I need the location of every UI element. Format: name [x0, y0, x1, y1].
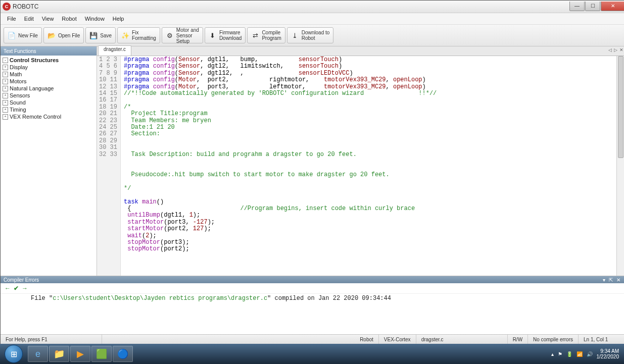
scroll-thumb[interactable] — [618, 56, 623, 158]
tray-volume-icon[interactable]: 🔊 — [587, 351, 593, 357]
status-file: dragster.c — [416, 335, 508, 344]
close-button[interactable]: ✕ — [601, 2, 624, 11]
toolbar-label: FirmwareDownload — [219, 30, 242, 41]
statusbar: For Help, press F1 Robot VEX-Cortex drag… — [1, 334, 624, 344]
maximize-button[interactable]: ☐ — [585, 2, 600, 11]
toolbar-compile-programbutton[interactable]: ⇄CompileProgram — [247, 27, 285, 43]
expand-icon[interactable]: + — [3, 107, 8, 113]
toolbar-label: Download toRobot — [302, 30, 330, 41]
expand-icon[interactable]: + — [3, 65, 8, 70]
tree-item-natural-language[interactable]: +Natural Language — [1, 85, 97, 92]
tree: -Control Structures+Display+Math+Motors+… — [1, 56, 97, 276]
tree-item-sound[interactable]: +Sound — [1, 99, 97, 106]
titlebar: C ROBOTC — ☐ ✕ — [1, 1, 624, 13]
menu-view[interactable]: View — [38, 15, 58, 23]
toolbar-motor-and-sensor-setupbutton[interactable]: ⚙Motor andSensorSetup — [162, 27, 203, 43]
tree-label: VEX Remote Control — [10, 114, 61, 120]
taskbar-chrome-icon[interactable]: 🔵 — [113, 346, 133, 362]
prev-error-icon[interactable]: ← — [5, 285, 11, 292]
tree-item-math[interactable]: +Math — [1, 71, 97, 78]
tray-battery-icon[interactable]: 🔋 — [566, 351, 572, 357]
menu-help[interactable]: Help — [109, 15, 128, 23]
toolbar-icon: ⤓ — [291, 31, 299, 39]
code-editor[interactable]: 1 2 3 4 5 6 7 8 9 10 11 12 13 14 15 16 1… — [97, 56, 624, 276]
next-error-icon[interactable]: → — [22, 285, 28, 292]
toolbar-icon: 📂 — [47, 31, 56, 39]
tree-label: Motors — [10, 78, 27, 84]
compiler-title-text: Compiler Errors — [4, 277, 39, 283]
taskbar-ie-icon[interactable]: e — [28, 346, 48, 362]
toolbar-label: New File — [18, 33, 38, 38]
toolbar-fix-formattingbutton[interactable]: ✨FixFormatting — [117, 27, 160, 43]
tab-next-icon[interactable]: ▷ — [614, 47, 617, 53]
tabstrip: dragster.c ◁ ▷ ✕ — [97, 46, 624, 56]
expand-icon[interactable]: + — [3, 114, 8, 120]
compiler-status-icons: ← ✔ → — [1, 283, 624, 294]
status-errors: No compile errors — [528, 335, 579, 344]
toolbar-new-filebutton[interactable]: 📄New File — [4, 27, 42, 43]
ok-icon: ✔ — [14, 285, 19, 292]
tree-item-motors[interactable]: +Motors — [1, 78, 97, 85]
toolbar-firmware-downloadbutton[interactable]: ⬇FirmwareDownload — [205, 27, 246, 43]
expand-icon[interactable]: - — [3, 58, 8, 63]
tree-item-display[interactable]: +Display — [1, 64, 97, 71]
toolbar-label: FixFormatting — [132, 30, 156, 41]
tree-label: Display — [10, 64, 28, 70]
tree-item-control-structures[interactable]: -Control Structures — [1, 57, 97, 64]
taskbar-explorer-icon[interactable]: 📁 — [49, 346, 69, 362]
status-platform: Robot — [355, 335, 379, 344]
tray-network-icon[interactable]: 📶 — [577, 351, 583, 357]
toolbar-label: Motor andSensorSetup — [176, 27, 199, 44]
app-window: C ROBOTC — ☐ ✕ File Edit View Robot Wind… — [0, 0, 624, 344]
menu-file[interactable]: File — [4, 15, 20, 23]
status-help: For Help, press F1 — [1, 335, 102, 344]
tree-label: Timing — [10, 107, 26, 113]
compiler-panel-title: Compiler Errors ▾ ⇱ ✕ — [1, 276, 624, 283]
toolbar-savebutton[interactable]: 💾Save — [85, 27, 116, 43]
expand-icon[interactable]: + — [3, 86, 8, 91]
tab-nav: ◁ ▷ ✕ — [608, 47, 623, 53]
status-pos: Ln 1, Col 1 — [579, 335, 624, 344]
menu-robot[interactable]: Robot — [58, 15, 80, 23]
compiler-panel: Compiler Errors ▾ ⇱ ✕ ← ✔ → File "c:\Use… — [1, 276, 624, 334]
tree-item-sensors[interactable]: +Sensors — [1, 92, 97, 99]
taskbar-robotc-icon[interactable]: 🟩 — [91, 346, 112, 362]
toolbar-download-to-robotbutton[interactable]: ⤓Download toRobot — [287, 27, 334, 43]
taskbar-media-icon[interactable]: ▶ — [70, 346, 90, 362]
toolbar-open-filebutton[interactable]: 📂Open File — [43, 27, 84, 43]
panel-controls[interactable]: ▾ ⇱ ✕ — [603, 277, 621, 283]
toolbar-icon: 📄 — [8, 31, 16, 39]
minimize-button[interactable]: — — [569, 2, 585, 11]
menubar: File Edit View Robot Window Help — [1, 13, 624, 25]
sidebar: Text Functions -Control Structures+Displ… — [1, 46, 97, 276]
vertical-scrollbar[interactable] — [616, 56, 624, 276]
tray-clock[interactable]: 9:34 AM 1/22/2020 — [597, 348, 619, 360]
start-button[interactable]: ⊞ — [0, 344, 27, 364]
status-cortex: VEX-Cortex — [379, 335, 416, 344]
window-title: ROBOTC — [13, 3, 569, 10]
tree-item-vex-remote-control[interactable]: +VEX Remote Control — [1, 113, 97, 120]
tree-label: Sensors — [10, 92, 30, 98]
expand-icon[interactable]: + — [3, 72, 8, 77]
tray-flag-icon[interactable]: ⚑ — [558, 351, 562, 357]
tray-date: 1/22/2020 — [597, 354, 619, 360]
menu-edit[interactable]: Edit — [21, 15, 37, 23]
toolbar-label: Save — [100, 33, 112, 38]
tray-up-icon[interactable]: ▴ — [551, 351, 554, 357]
tab-close-icon[interactable]: ✕ — [619, 47, 623, 53]
taskbar: ⊞ e 📁 ▶ 🟩 🔵 ▴ ⚑ 🔋 📶 🔊 9:34 AM 1/22/2020 — [0, 344, 624, 364]
system-tray[interactable]: ▴ ⚑ 🔋 📶 🔊 9:34 AM 1/22/2020 — [546, 348, 625, 360]
tree-label: Control Structures — [10, 57, 59, 63]
toolbar-label: CompileProgram — [262, 30, 281, 41]
compiled-file-path: c:\Users\student\Desktop\Jayden rebtics … — [53, 295, 267, 302]
expand-icon[interactable]: + — [3, 93, 8, 98]
expand-icon[interactable]: + — [3, 100, 8, 106]
tree-item-timing[interactable]: +Timing — [1, 106, 97, 113]
status-rw: R/W — [508, 335, 528, 344]
tab-prev-icon[interactable]: ◁ — [608, 47, 612, 53]
menu-window[interactable]: Window — [81, 15, 108, 23]
code-content[interactable]: #pragma config(Sensor, dgtl1, bump, sens… — [121, 56, 624, 276]
tab-file[interactable]: dragster.c — [98, 45, 131, 56]
expand-icon[interactable]: + — [3, 79, 8, 84]
windows-orb-icon: ⊞ — [5, 345, 23, 363]
